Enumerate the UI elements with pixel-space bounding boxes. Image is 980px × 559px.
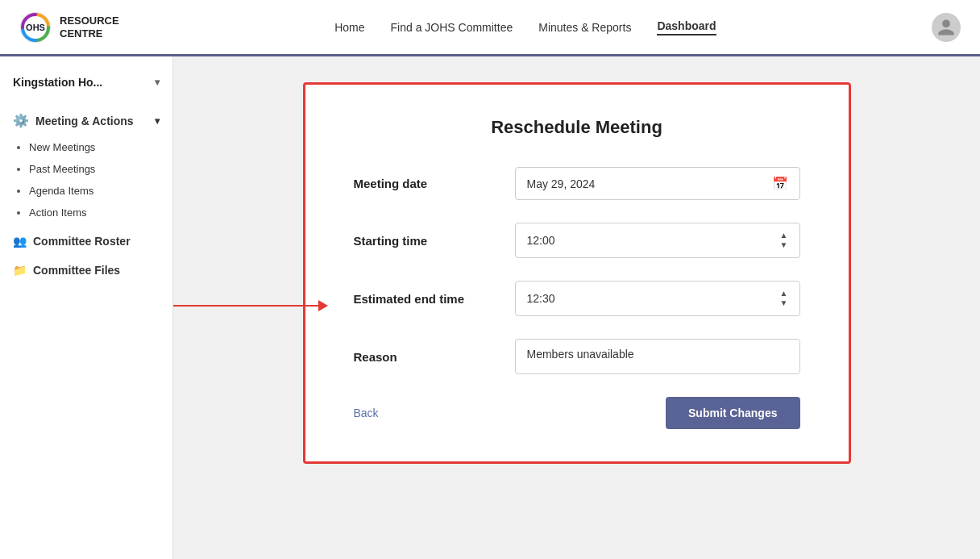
workspace-chevron-icon: ▾ bbox=[155, 77, 160, 88]
committee-roster-icon: 👥 bbox=[13, 235, 27, 248]
sidebar-item-committee-roster[interactable]: 👥 Committee Roster bbox=[0, 227, 172, 256]
estimated-end-time-down-icon[interactable]: ▼ bbox=[780, 299, 788, 307]
workspace-name: Kingstation Ho... bbox=[13, 76, 102, 89]
reason-label: Reason bbox=[354, 350, 515, 364]
estimated-end-time-arrows[interactable]: ▲ ▼ bbox=[780, 290, 788, 307]
meeting-date-control[interactable]: May 29, 2024 📅 bbox=[515, 167, 800, 200]
meeting-date-input[interactable]: May 29, 2024 📅 bbox=[515, 167, 800, 200]
meeting-actions-chevron-icon: ▾ bbox=[155, 115, 160, 127]
starting-time-input[interactable]: 12:00 ▲ ▼ bbox=[515, 223, 800, 258]
header: OHS RESOURCE CENTRE Home Find a JOHS Com… bbox=[0, 0, 980, 56]
form-title: Reschedule Meeting bbox=[354, 117, 800, 138]
starting-time-control[interactable]: 12:00 ▲ ▼ bbox=[515, 223, 800, 258]
starting-time-value: 12:00 bbox=[527, 234, 555, 247]
form-actions: Back Submit Changes bbox=[354, 397, 800, 429]
arrow-line bbox=[173, 305, 318, 307]
estimated-end-time-row: Estimated end time 12:30 ▲ ▼ bbox=[354, 281, 800, 316]
reason-input[interactable]: Members unavailable bbox=[515, 339, 800, 374]
meeting-actions-subitems: New Meetings Past Meetings Agenda Items … bbox=[0, 136, 172, 223]
starting-time-arrows[interactable]: ▲ ▼ bbox=[780, 232, 788, 249]
reschedule-meeting-form: Reschedule Meeting Meeting date May 29, … bbox=[303, 82, 851, 464]
reason-control[interactable]: Members unavailable bbox=[515, 339, 800, 374]
committee-roster-label: Committee Roster bbox=[33, 235, 131, 248]
meeting-date-row: Meeting date May 29, 2024 📅 bbox=[354, 167, 800, 200]
sidebar-subitem-action-items[interactable]: Action Items bbox=[29, 202, 160, 223]
sidebar-item-meeting-actions-label: Meeting & Actions bbox=[35, 115, 134, 127]
logo-text: RESOURCE CENTRE bbox=[60, 15, 119, 40]
starting-time-label: Starting time bbox=[354, 234, 515, 248]
sidebar-section-meetings: ⚙️ Meeting & Actions ▾ New Meetings Past… bbox=[0, 102, 172, 227]
sidebar-item-meeting-actions[interactable]: ⚙️ Meeting & Actions ▾ bbox=[0, 105, 172, 136]
main-nav: Home Find a JOHS Committee Minutes & Rep… bbox=[334, 19, 716, 35]
workspace-selector[interactable]: Kingstation Ho... ▾ bbox=[0, 69, 172, 102]
nav-right bbox=[932, 13, 961, 42]
starting-time-up-icon[interactable]: ▲ bbox=[780, 232, 788, 240]
arrow-head-icon bbox=[318, 300, 328, 311]
estimated-end-time-value: 12:30 bbox=[527, 292, 555, 305]
estimated-end-time-input[interactable]: 12:30 ▲ ▼ bbox=[515, 281, 800, 316]
meeting-actions-icon: ⚙️ bbox=[13, 113, 29, 128]
reason-row: Reason Members unavailable bbox=[354, 339, 800, 374]
ohs-logo-icon: OHS bbox=[19, 11, 52, 44]
nav-find-committee[interactable]: Find a JOHS Committee bbox=[391, 21, 513, 34]
nav-home[interactable]: Home bbox=[334, 21, 364, 34]
sidebar-item-committee-files[interactable]: 📁 Committee Files bbox=[0, 256, 172, 285]
starting-time-row: Starting time 12:00 ▲ ▼ bbox=[354, 223, 800, 258]
svg-text:OHS: OHS bbox=[26, 23, 45, 32]
layout: Kingstation Ho... ▾ ⚙️ Meeting & Actions… bbox=[0, 56, 980, 559]
user-icon bbox=[936, 18, 956, 37]
meeting-date-label: Meeting date bbox=[354, 177, 515, 190]
back-button[interactable]: Back bbox=[354, 407, 379, 419]
estimated-end-time-up-icon[interactable]: ▲ bbox=[780, 290, 788, 298]
annotation-arrow bbox=[173, 300, 328, 311]
sidebar-subitem-past-meetings[interactable]: Past Meetings bbox=[29, 158, 160, 180]
nav-dashboard[interactable]: Dashboard bbox=[657, 19, 716, 35]
nav-minutes-reports[interactable]: Minutes & Reports bbox=[538, 21, 631, 34]
meeting-date-value: May 29, 2024 bbox=[527, 177, 596, 190]
committee-files-label: Committee Files bbox=[33, 264, 120, 277]
sidebar-subitem-new-meetings[interactable]: New Meetings bbox=[29, 136, 160, 158]
sidebar-subitem-agenda-items[interactable]: Agenda Items bbox=[29, 180, 160, 202]
logo-area: OHS RESOURCE CENTRE bbox=[19, 11, 119, 44]
sidebar: Kingstation Ho... ▾ ⚙️ Meeting & Actions… bbox=[0, 56, 173, 559]
estimated-end-time-control[interactable]: 12:30 ▲ ▼ bbox=[515, 281, 800, 316]
committee-files-icon: 📁 bbox=[13, 264, 27, 277]
estimated-end-time-label: Estimated end time bbox=[354, 292, 515, 306]
main-content: Reschedule Meeting Meeting date May 29, … bbox=[173, 56, 980, 559]
starting-time-down-icon[interactable]: ▼ bbox=[780, 241, 788, 249]
submit-changes-button[interactable]: Submit Changes bbox=[666, 397, 799, 429]
calendar-icon: 📅 bbox=[772, 176, 788, 191]
user-avatar[interactable] bbox=[932, 13, 961, 42]
